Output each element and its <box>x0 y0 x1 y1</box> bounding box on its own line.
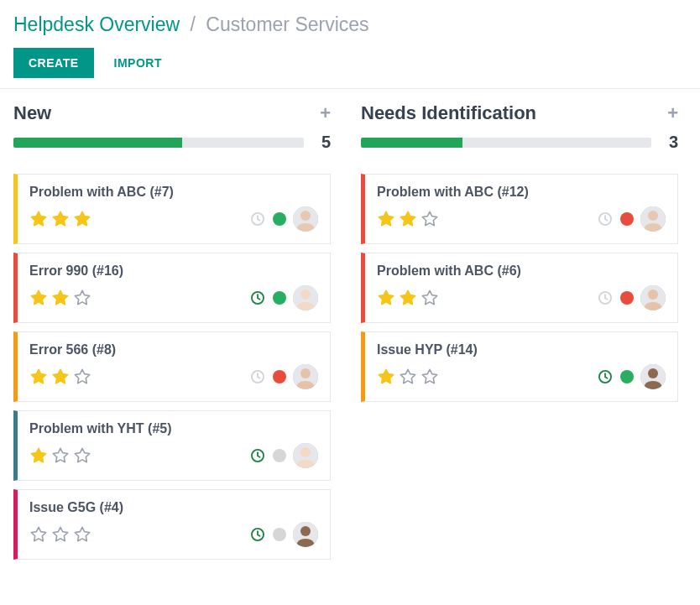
star-icon[interactable] <box>73 368 91 386</box>
star-icon[interactable] <box>377 210 395 228</box>
clock-icon[interactable] <box>249 447 266 464</box>
svg-point-11 <box>300 447 311 457</box>
kanban-card[interactable]: Problem with ABC (#7) <box>13 174 331 244</box>
create-button[interactable]: CREATE <box>13 48 94 78</box>
star-icon[interactable] <box>377 289 395 307</box>
card-title: Problem with YHT (#5) <box>29 421 318 436</box>
add-card-icon[interactable]: + <box>320 104 331 123</box>
kanban-card[interactable]: Problem with ABC (#6) <box>361 253 678 323</box>
card-row <box>29 206 318 232</box>
status-dot[interactable] <box>273 449 286 462</box>
star-icon[interactable] <box>377 368 395 386</box>
star-icon[interactable] <box>73 289 91 307</box>
avatar[interactable] <box>293 522 318 547</box>
column-cards: Problem with ABC (#12) Problem with ABC … <box>361 174 678 402</box>
action-bar: CREATE IMPORT <box>13 48 687 78</box>
avatar[interactable] <box>640 364 666 389</box>
svg-point-20 <box>648 289 658 300</box>
priority-stars[interactable] <box>29 446 91 465</box>
status-dot[interactable] <box>620 291 634 305</box>
avatar[interactable] <box>640 206 666 232</box>
svg-point-23 <box>648 368 658 378</box>
svg-point-14 <box>300 526 311 536</box>
svg-point-17 <box>648 211 658 221</box>
card-title: Issue G5G (#4) <box>29 500 318 515</box>
card-row <box>29 364 318 389</box>
status-dot[interactable] <box>273 291 286 305</box>
star-icon[interactable] <box>421 210 439 228</box>
breadcrumb-root-link[interactable]: Helpdesk Overview <box>13 13 180 35</box>
priority-stars[interactable] <box>29 210 91 228</box>
clock-icon[interactable] <box>249 289 266 306</box>
column-meta: 3 <box>361 133 678 152</box>
star-icon[interactable] <box>51 368 70 386</box>
star-icon[interactable] <box>51 210 70 228</box>
priority-stars[interactable] <box>29 368 91 386</box>
column-title: Needs Identification <box>361 102 536 124</box>
status-dot[interactable] <box>620 370 634 383</box>
avatar[interactable] <box>293 443 318 468</box>
star-icon[interactable] <box>29 525 48 544</box>
column-count: 3 <box>660 133 678 152</box>
card-row <box>377 285 666 310</box>
kanban-column: Needs Identification + 3 Problem with AB… <box>361 102 678 560</box>
kanban-board: New + 5 Problem with ABC (#7) <box>0 89 700 580</box>
card-right-group <box>249 206 318 232</box>
clock-icon[interactable] <box>249 368 266 385</box>
kanban-card[interactable]: Problem with ABC (#12) <box>361 174 678 244</box>
clock-icon[interactable] <box>597 211 614 227</box>
star-icon[interactable] <box>73 446 91 465</box>
star-icon[interactable] <box>29 446 48 465</box>
card-title: Problem with ABC (#6) <box>377 263 666 279</box>
kanban-card[interactable]: Issue HYP (#14) <box>361 331 678 402</box>
svg-point-2 <box>300 211 311 221</box>
star-icon[interactable] <box>29 210 48 228</box>
card-title: Issue HYP (#14) <box>377 342 666 357</box>
star-icon[interactable] <box>73 525 91 544</box>
clock-icon[interactable] <box>249 211 266 227</box>
card-right-group <box>597 364 666 389</box>
kanban-card[interactable]: Error 990 (#16) <box>13 253 331 323</box>
kanban-card[interactable]: Issue G5G (#4) <box>13 489 331 560</box>
priority-stars[interactable] <box>377 368 439 386</box>
kanban-card[interactable]: Problem with YHT (#5) <box>13 410 331 481</box>
avatar[interactable] <box>293 285 318 310</box>
priority-stars[interactable] <box>377 210 439 228</box>
card-right-group <box>597 285 666 310</box>
clock-icon[interactable] <box>597 289 614 306</box>
card-right-group <box>249 285 318 310</box>
star-icon[interactable] <box>399 289 417 307</box>
star-icon[interactable] <box>51 289 70 307</box>
svg-point-5 <box>300 289 311 300</box>
import-button[interactable]: IMPORT <box>114 56 162 70</box>
star-icon[interactable] <box>29 368 48 386</box>
star-icon[interactable] <box>399 210 417 228</box>
star-icon[interactable] <box>51 446 70 465</box>
status-dot[interactable] <box>273 528 286 541</box>
priority-stars[interactable] <box>29 289 91 307</box>
status-dot[interactable] <box>273 212 286 226</box>
star-icon[interactable] <box>73 210 91 228</box>
priority-stars[interactable] <box>29 525 91 544</box>
star-icon[interactable] <box>51 525 70 544</box>
add-card-icon[interactable]: + <box>667 104 678 123</box>
star-icon[interactable] <box>399 368 417 386</box>
kanban-card[interactable]: Error 566 (#8) <box>13 331 331 402</box>
star-icon[interactable] <box>29 289 48 307</box>
status-dot[interactable] <box>620 212 634 226</box>
clock-icon[interactable] <box>249 526 266 543</box>
card-title: Error 990 (#16) <box>29 263 318 279</box>
column-progress-fill <box>13 138 182 148</box>
star-icon[interactable] <box>421 368 439 386</box>
priority-stars[interactable] <box>377 289 439 307</box>
status-dot[interactable] <box>273 370 286 383</box>
breadcrumb-current: Customer Services <box>206 13 368 35</box>
card-right-group <box>597 206 666 232</box>
star-icon[interactable] <box>421 289 439 307</box>
clock-icon[interactable] <box>597 368 614 385</box>
column-count: 5 <box>312 133 331 152</box>
card-row <box>29 443 318 468</box>
avatar[interactable] <box>293 206 318 232</box>
avatar[interactable] <box>293 364 318 389</box>
avatar[interactable] <box>640 285 666 310</box>
